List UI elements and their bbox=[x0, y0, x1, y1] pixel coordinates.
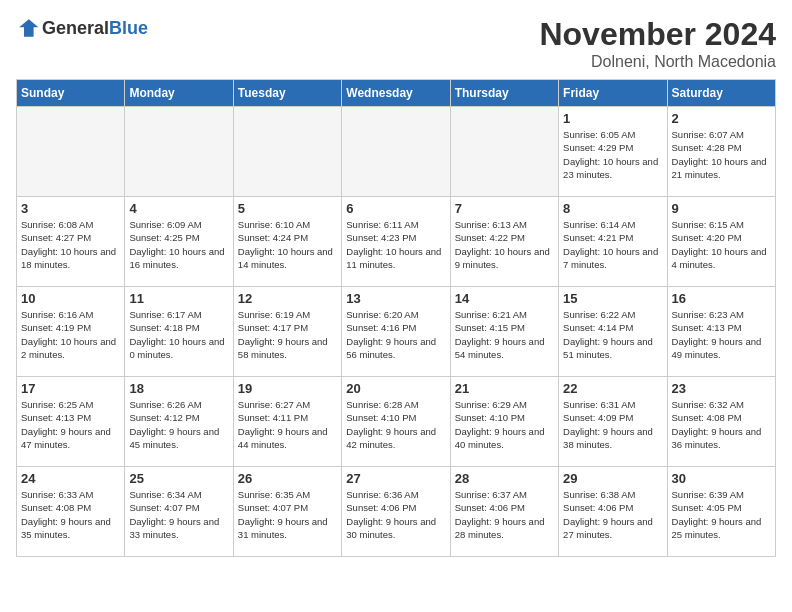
day-number: 22 bbox=[563, 381, 662, 396]
header-sunday: Sunday bbox=[17, 80, 125, 107]
day-number: 8 bbox=[563, 201, 662, 216]
calendar-cell bbox=[342, 107, 450, 197]
day-info: Sunrise: 6:08 AM Sunset: 4:27 PM Dayligh… bbox=[21, 218, 120, 271]
day-info: Sunrise: 6:37 AM Sunset: 4:06 PM Dayligh… bbox=[455, 488, 554, 541]
calendar-cell bbox=[125, 107, 233, 197]
day-number: 16 bbox=[672, 291, 771, 306]
logo-text-blue: Blue bbox=[109, 18, 148, 38]
calendar-cell bbox=[233, 107, 341, 197]
day-info: Sunrise: 6:20 AM Sunset: 4:16 PM Dayligh… bbox=[346, 308, 445, 361]
day-info: Sunrise: 6:22 AM Sunset: 4:14 PM Dayligh… bbox=[563, 308, 662, 361]
calendar-cell: 18Sunrise: 6:26 AM Sunset: 4:12 PM Dayli… bbox=[125, 377, 233, 467]
calendar-cell: 28Sunrise: 6:37 AM Sunset: 4:06 PM Dayli… bbox=[450, 467, 558, 557]
day-info: Sunrise: 6:15 AM Sunset: 4:20 PM Dayligh… bbox=[672, 218, 771, 271]
day-info: Sunrise: 6:07 AM Sunset: 4:28 PM Dayligh… bbox=[672, 128, 771, 181]
header-row: SundayMondayTuesdayWednesdayThursdayFrid… bbox=[17, 80, 776, 107]
calendar-cell: 30Sunrise: 6:39 AM Sunset: 4:05 PM Dayli… bbox=[667, 467, 775, 557]
day-number: 10 bbox=[21, 291, 120, 306]
calendar-cell: 9Sunrise: 6:15 AM Sunset: 4:20 PM Daylig… bbox=[667, 197, 775, 287]
day-info: Sunrise: 6:36 AM Sunset: 4:06 PM Dayligh… bbox=[346, 488, 445, 541]
calendar-cell: 23Sunrise: 6:32 AM Sunset: 4:08 PM Dayli… bbox=[667, 377, 775, 467]
header-saturday: Saturday bbox=[667, 80, 775, 107]
calendar-cell bbox=[17, 107, 125, 197]
day-info: Sunrise: 6:05 AM Sunset: 4:29 PM Dayligh… bbox=[563, 128, 662, 181]
calendar-cell: 1Sunrise: 6:05 AM Sunset: 4:29 PM Daylig… bbox=[559, 107, 667, 197]
day-number: 13 bbox=[346, 291, 445, 306]
day-info: Sunrise: 6:35 AM Sunset: 4:07 PM Dayligh… bbox=[238, 488, 337, 541]
day-info: Sunrise: 6:34 AM Sunset: 4:07 PM Dayligh… bbox=[129, 488, 228, 541]
day-info: Sunrise: 6:31 AM Sunset: 4:09 PM Dayligh… bbox=[563, 398, 662, 451]
week-row-5: 24Sunrise: 6:33 AM Sunset: 4:08 PM Dayli… bbox=[17, 467, 776, 557]
calendar-cell: 20Sunrise: 6:28 AM Sunset: 4:10 PM Dayli… bbox=[342, 377, 450, 467]
day-number: 20 bbox=[346, 381, 445, 396]
day-number: 12 bbox=[238, 291, 337, 306]
logo-text-general: General bbox=[42, 18, 109, 38]
calendar-cell: 3Sunrise: 6:08 AM Sunset: 4:27 PM Daylig… bbox=[17, 197, 125, 287]
day-info: Sunrise: 6:28 AM Sunset: 4:10 PM Dayligh… bbox=[346, 398, 445, 451]
day-info: Sunrise: 6:27 AM Sunset: 4:11 PM Dayligh… bbox=[238, 398, 337, 451]
day-info: Sunrise: 6:17 AM Sunset: 4:18 PM Dayligh… bbox=[129, 308, 228, 361]
day-number: 24 bbox=[21, 471, 120, 486]
header-tuesday: Tuesday bbox=[233, 80, 341, 107]
week-row-1: 1Sunrise: 6:05 AM Sunset: 4:29 PM Daylig… bbox=[17, 107, 776, 197]
day-info: Sunrise: 6:26 AM Sunset: 4:12 PM Dayligh… bbox=[129, 398, 228, 451]
calendar-cell: 8Sunrise: 6:14 AM Sunset: 4:21 PM Daylig… bbox=[559, 197, 667, 287]
day-info: Sunrise: 6:11 AM Sunset: 4:23 PM Dayligh… bbox=[346, 218, 445, 271]
calendar-cell: 21Sunrise: 6:29 AM Sunset: 4:10 PM Dayli… bbox=[450, 377, 558, 467]
day-number: 6 bbox=[346, 201, 445, 216]
day-info: Sunrise: 6:23 AM Sunset: 4:13 PM Dayligh… bbox=[672, 308, 771, 361]
calendar-cell: 24Sunrise: 6:33 AM Sunset: 4:08 PM Dayli… bbox=[17, 467, 125, 557]
calendar-cell bbox=[450, 107, 558, 197]
day-number: 5 bbox=[238, 201, 337, 216]
svg-marker-0 bbox=[19, 19, 38, 37]
calendar-cell: 2Sunrise: 6:07 AM Sunset: 4:28 PM Daylig… bbox=[667, 107, 775, 197]
day-info: Sunrise: 6:13 AM Sunset: 4:22 PM Dayligh… bbox=[455, 218, 554, 271]
calendar-cell: 12Sunrise: 6:19 AM Sunset: 4:17 PM Dayli… bbox=[233, 287, 341, 377]
day-info: Sunrise: 6:16 AM Sunset: 4:19 PM Dayligh… bbox=[21, 308, 120, 361]
week-row-3: 10Sunrise: 6:16 AM Sunset: 4:19 PM Dayli… bbox=[17, 287, 776, 377]
calendar-cell: 6Sunrise: 6:11 AM Sunset: 4:23 PM Daylig… bbox=[342, 197, 450, 287]
calendar-cell: 7Sunrise: 6:13 AM Sunset: 4:22 PM Daylig… bbox=[450, 197, 558, 287]
day-number: 3 bbox=[21, 201, 120, 216]
calendar-cell: 29Sunrise: 6:38 AM Sunset: 4:06 PM Dayli… bbox=[559, 467, 667, 557]
day-info: Sunrise: 6:21 AM Sunset: 4:15 PM Dayligh… bbox=[455, 308, 554, 361]
day-number: 14 bbox=[455, 291, 554, 306]
week-row-2: 3Sunrise: 6:08 AM Sunset: 4:27 PM Daylig… bbox=[17, 197, 776, 287]
header-thursday: Thursday bbox=[450, 80, 558, 107]
day-number: 18 bbox=[129, 381, 228, 396]
calendar-cell: 22Sunrise: 6:31 AM Sunset: 4:09 PM Dayli… bbox=[559, 377, 667, 467]
day-number: 27 bbox=[346, 471, 445, 486]
calendar-cell: 17Sunrise: 6:25 AM Sunset: 4:13 PM Dayli… bbox=[17, 377, 125, 467]
calendar-table: SundayMondayTuesdayWednesdayThursdayFrid… bbox=[16, 79, 776, 557]
logo: GeneralBlue bbox=[16, 16, 148, 40]
day-number: 25 bbox=[129, 471, 228, 486]
header: GeneralBlue November 2024 Dolneni, North… bbox=[16, 16, 776, 71]
location-title: Dolneni, North Macedonia bbox=[539, 53, 776, 71]
calendar-cell: 25Sunrise: 6:34 AM Sunset: 4:07 PM Dayli… bbox=[125, 467, 233, 557]
calendar-cell: 10Sunrise: 6:16 AM Sunset: 4:19 PM Dayli… bbox=[17, 287, 125, 377]
calendar-cell: 14Sunrise: 6:21 AM Sunset: 4:15 PM Dayli… bbox=[450, 287, 558, 377]
day-number: 30 bbox=[672, 471, 771, 486]
day-number: 9 bbox=[672, 201, 771, 216]
logo-icon bbox=[16, 16, 40, 40]
day-info: Sunrise: 6:10 AM Sunset: 4:24 PM Dayligh… bbox=[238, 218, 337, 271]
header-wednesday: Wednesday bbox=[342, 80, 450, 107]
month-title: November 2024 bbox=[539, 16, 776, 53]
day-number: 19 bbox=[238, 381, 337, 396]
day-number: 21 bbox=[455, 381, 554, 396]
day-info: Sunrise: 6:09 AM Sunset: 4:25 PM Dayligh… bbox=[129, 218, 228, 271]
day-number: 28 bbox=[455, 471, 554, 486]
calendar-cell: 26Sunrise: 6:35 AM Sunset: 4:07 PM Dayli… bbox=[233, 467, 341, 557]
day-number: 23 bbox=[672, 381, 771, 396]
day-info: Sunrise: 6:14 AM Sunset: 4:21 PM Dayligh… bbox=[563, 218, 662, 271]
week-row-4: 17Sunrise: 6:25 AM Sunset: 4:13 PM Dayli… bbox=[17, 377, 776, 467]
calendar-cell: 5Sunrise: 6:10 AM Sunset: 4:24 PM Daylig… bbox=[233, 197, 341, 287]
day-number: 11 bbox=[129, 291, 228, 306]
title-area: November 2024 Dolneni, North Macedonia bbox=[539, 16, 776, 71]
day-info: Sunrise: 6:19 AM Sunset: 4:17 PM Dayligh… bbox=[238, 308, 337, 361]
calendar-cell: 27Sunrise: 6:36 AM Sunset: 4:06 PM Dayli… bbox=[342, 467, 450, 557]
calendar-cell: 15Sunrise: 6:22 AM Sunset: 4:14 PM Dayli… bbox=[559, 287, 667, 377]
day-info: Sunrise: 6:38 AM Sunset: 4:06 PM Dayligh… bbox=[563, 488, 662, 541]
header-monday: Monday bbox=[125, 80, 233, 107]
day-info: Sunrise: 6:32 AM Sunset: 4:08 PM Dayligh… bbox=[672, 398, 771, 451]
